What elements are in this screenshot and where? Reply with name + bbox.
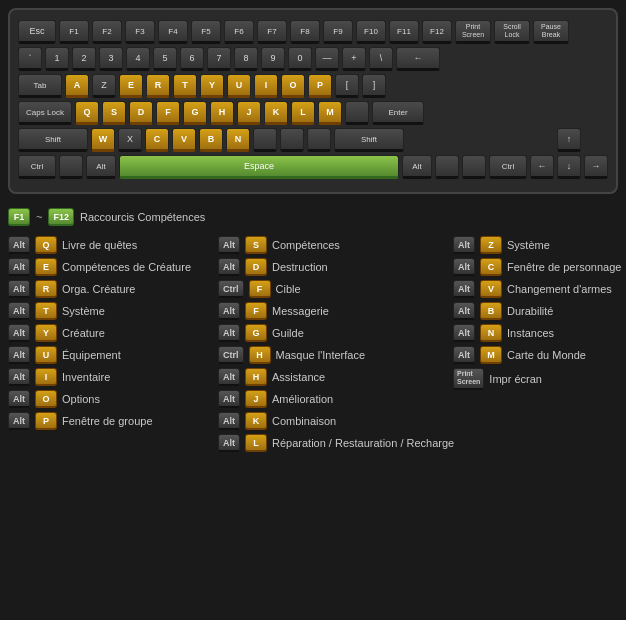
key-print-screen[interactable]: PrintScreen: [455, 20, 491, 44]
key-w[interactable]: W: [91, 128, 115, 152]
key-ctrl-left[interactable]: Ctrl: [18, 155, 56, 179]
key-menu[interactable]: [462, 155, 486, 179]
key-alt-right[interactable]: Alt: [402, 155, 432, 179]
key-c[interactable]: C: [145, 128, 169, 152]
key-space[interactable]: Espace: [119, 155, 399, 179]
key-arrow-down[interactable]: ↓: [557, 155, 581, 179]
key-m[interactable]: M: [318, 101, 342, 125]
shortcut-amelioration: Alt J Amélioration: [218, 388, 453, 410]
key-k[interactable]: K: [264, 101, 288, 125]
key-f5[interactable]: F5: [191, 20, 221, 44]
key-5[interactable]: 5: [153, 47, 177, 71]
badge-alt-y-mod: Alt: [8, 324, 30, 342]
key-scroll-lock[interactable]: ScrollLock: [494, 20, 530, 44]
kb-row-numbers: ` 1 2 3 4 5 6 7 8 9 0 — + \ ←: [18, 47, 608, 71]
shortcut-reparation: Alt L Réparation / Restauration / Rechar…: [218, 432, 453, 454]
key-r[interactable]: R: [146, 74, 170, 98]
key-6[interactable]: 6: [180, 47, 204, 71]
key-f8[interactable]: F8: [290, 20, 320, 44]
key-j[interactable]: J: [237, 101, 261, 125]
key-h[interactable]: H: [210, 101, 234, 125]
key-2[interactable]: 2: [72, 47, 96, 71]
shortcut-orga-creature: Alt R Orga. Créature: [8, 278, 218, 300]
key-blank9: [454, 101, 478, 125]
key-f12[interactable]: F12: [422, 20, 452, 44]
key-caps-lock[interactable]: Caps Lock: [18, 101, 72, 125]
badge-f12: F12: [48, 208, 74, 226]
key-acute[interactable]: [345, 101, 369, 125]
key-f[interactable]: F: [156, 101, 180, 125]
badge-alt-k-mod: Alt: [218, 412, 240, 430]
key-y[interactable]: Y: [200, 74, 224, 98]
key-t[interactable]: T: [173, 74, 197, 98]
key-period[interactable]: [280, 128, 304, 152]
key-n[interactable]: N: [226, 128, 250, 152]
key-e[interactable]: E: [119, 74, 143, 98]
key-f9[interactable]: F9: [323, 20, 353, 44]
key-shift-right[interactable]: Shift: [334, 128, 404, 152]
key-9[interactable]: 9: [261, 47, 285, 71]
key-blank2: [470, 47, 494, 71]
key-minus[interactable]: —: [315, 47, 339, 71]
key-4[interactable]: 4: [126, 47, 150, 71]
key-backspace[interactable]: ←: [396, 47, 440, 71]
badge-alt-f-key: F: [245, 302, 267, 320]
badge-alt-j-mod: Alt: [218, 390, 240, 408]
key-f3[interactable]: F3: [125, 20, 155, 44]
key-d[interactable]: D: [129, 101, 153, 125]
key-backtick[interactable]: `: [18, 47, 42, 71]
key-g[interactable]: G: [183, 101, 207, 125]
key-alt-left[interactable]: Alt: [86, 155, 116, 179]
key-b[interactable]: B: [199, 128, 223, 152]
key-x[interactable]: X: [118, 128, 142, 152]
key-z[interactable]: Z: [92, 74, 116, 98]
key-backslash[interactable]: \: [369, 47, 393, 71]
key-tab[interactable]: Tab: [18, 74, 62, 98]
label-fenetre-personnage: Fenêtre de personnage: [507, 261, 621, 273]
key-f1[interactable]: F1: [59, 20, 89, 44]
keyboard-container: Esc F1 F2 F3 F4 F5 F6 F7 F8 F9 F10 F11 F…: [8, 8, 618, 194]
key-slash[interactable]: [307, 128, 331, 152]
key-enter[interactable]: Enter: [372, 101, 424, 125]
key-0[interactable]: 0: [288, 47, 312, 71]
key-1[interactable]: 1: [45, 47, 69, 71]
key-l[interactable]: L: [291, 101, 315, 125]
key-arrow-up[interactable]: ↑: [557, 128, 581, 152]
shortcuts-col1: Alt Q Livre de quêtes Alt E Compétences …: [8, 234, 218, 454]
badge-alt-c-key: C: [480, 258, 502, 276]
key-fn-right[interactable]: [435, 155, 459, 179]
key-f6[interactable]: F6: [224, 20, 254, 44]
key-comma[interactable]: [253, 128, 277, 152]
key-arrow-right[interactable]: →: [584, 155, 608, 179]
key-bracket-close[interactable]: ]: [362, 74, 386, 98]
key-8[interactable]: 8: [234, 47, 258, 71]
key-3[interactable]: 3: [99, 47, 123, 71]
shortcuts-col3: Alt Z Système Alt C Fenêtre de personnag…: [453, 234, 621, 454]
key-7[interactable]: 7: [207, 47, 231, 71]
kb-row-home: Caps Lock Q S D F G H J K L M Enter: [18, 101, 608, 125]
key-f7[interactable]: F7: [257, 20, 287, 44]
badge-alt-k-key: K: [245, 412, 267, 430]
key-a[interactable]: A: [65, 74, 89, 98]
kb-row-bottom: Ctrl Alt Espace Alt Ctrl ← ↓ →: [18, 155, 608, 179]
key-pause-break[interactable]: PauseBreak: [533, 20, 569, 44]
shortcut-systeme-z: Alt Z Système: [453, 234, 621, 256]
key-s[interactable]: S: [102, 101, 126, 125]
key-f11[interactable]: F11: [389, 20, 419, 44]
key-win[interactable]: [59, 155, 83, 179]
key-f2[interactable]: F2: [92, 20, 122, 44]
key-plus[interactable]: +: [342, 47, 366, 71]
key-arrow-left[interactable]: ←: [530, 155, 554, 179]
key-f4[interactable]: F4: [158, 20, 188, 44]
key-shift-left[interactable]: Shift: [18, 128, 88, 152]
key-q[interactable]: Q: [75, 101, 99, 125]
key-i[interactable]: I: [254, 74, 278, 98]
key-u[interactable]: U: [227, 74, 251, 98]
key-v[interactable]: V: [172, 128, 196, 152]
key-f10[interactable]: F10: [356, 20, 386, 44]
key-esc[interactable]: Esc: [18, 20, 56, 44]
key-ctrl-right[interactable]: Ctrl: [489, 155, 527, 179]
key-o[interactable]: O: [281, 74, 305, 98]
key-p[interactable]: P: [308, 74, 332, 98]
key-bracket-open[interactable]: [: [335, 74, 359, 98]
